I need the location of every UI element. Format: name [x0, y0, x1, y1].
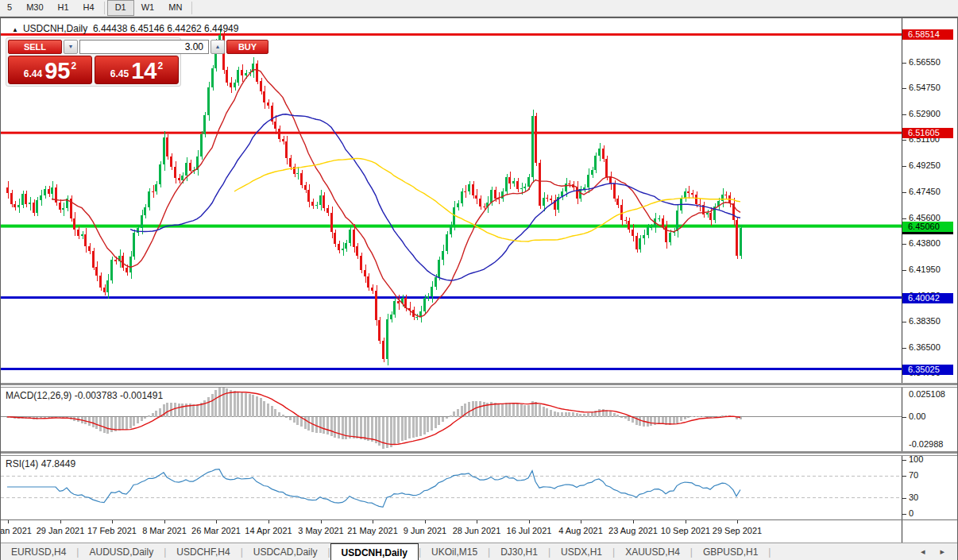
collapse-triangle-icon[interactable]: ▲: [12, 26, 18, 33]
date-label: 10 Sep 2021: [661, 526, 710, 535]
timeframe-toolbar: 5M30H1H4D1W1MN: [0, 0, 958, 17]
rsi-line: [7, 469, 740, 508]
volume-increase-button[interactable]: ▲: [211, 40, 225, 54]
level-price-label: 6.51605: [902, 128, 953, 138]
axis-tick: [902, 192, 906, 193]
timeframe-button-5[interactable]: 5: [0, 0, 19, 16]
price-tick-label: 6.41950: [909, 265, 941, 274]
timeframe-button-m30[interactable]: M30: [19, 0, 50, 16]
rsi-indicator-area[interactable]: RSI(14) 47.8449: [1, 456, 902, 519]
axis-tick: [902, 218, 906, 219]
ma-fast-line: [52, 70, 740, 317]
axis-tick: [902, 322, 906, 322]
rsi-svg: [1, 456, 902, 519]
sell-button[interactable]: SELL: [8, 40, 62, 54]
buy-price-prefix: 6.45: [110, 68, 129, 79]
price-tick-label: 6.36500: [909, 342, 941, 352]
sell-price-box[interactable]: 6.44 95 2: [8, 56, 92, 84]
macd-axis[interactable]: 0.025108 0.00 -0.02988: [902, 388, 957, 451]
chart-tab-dj30[interactable]: DJ30,H1: [490, 543, 548, 560]
date-tick: [321, 520, 322, 523]
chart-symbol-label: USDCNH,Daily: [23, 23, 87, 34]
date-tick: [373, 520, 373, 523]
volume-decrease-button[interactable]: ▼: [64, 40, 78, 54]
sell-price-prefix: 6.44: [24, 68, 42, 79]
date-tick: [477, 520, 477, 523]
chart-tab-usdx[interactable]: USDX,H1: [550, 543, 612, 560]
macd-axis-min: -0.02988: [909, 439, 943, 449]
date-tick: [686, 520, 686, 523]
date-label: 29 Sep 2021: [713, 526, 762, 535]
macd-label: MACD(12,26,9) -0.003783 -0.001491: [6, 390, 163, 401]
date-label: 23 Aug 2021: [608, 526, 658, 535]
buy-price-pips: 14: [131, 59, 156, 83]
one-click-trading-widget: SELL ▼ ▲ BUY 6.44 95 2 6.45 14 2: [6, 37, 181, 87]
price-axis[interactable]: 6.56550 6.54750 6.52900 6.51100 6.49250 …: [902, 18, 957, 383]
macd-axis-zero: 0.00: [909, 411, 925, 421]
date-label: 14 Apr 2021: [245, 526, 292, 535]
date-tick: [112, 520, 113, 523]
toolbar-separator: [191, 2, 192, 14]
rsi-axis[interactable]: 100 70 30 0: [902, 456, 957, 519]
chart-title: ▲USDCNH,Daily 6.44438 6.45146 6.44262 6.…: [12, 23, 238, 34]
date-label: 9 Jun 2021: [404, 526, 446, 535]
date-tick: [60, 520, 61, 523]
time-axis-corner: [902, 520, 957, 543]
date-tick: [581, 520, 581, 523]
macd-pane-row: MACD(12,26,9) -0.003783 -0.001491 0.0251…: [1, 388, 957, 451]
buy-button[interactable]: BUY: [226, 40, 268, 54]
chart-window: ▲USDCNH,Daily 6.44438 6.45146 6.44262 6.…: [0, 17, 958, 560]
level-line[interactable]: [1, 132, 902, 134]
date-label: 4 Aug 2021: [558, 526, 603, 535]
level-price-label: 6.35025: [902, 365, 953, 375]
level-price-label: 6.40042: [902, 293, 953, 303]
price-tick-label: 6.47450: [909, 187, 941, 196]
level-line[interactable]: [1, 296, 902, 299]
chart-tab-usdcad[interactable]: USDCAD,Daily: [243, 543, 328, 560]
axis-tick: [902, 348, 906, 349]
date-tick: [633, 520, 634, 523]
timeframe-button-h4[interactable]: H4: [76, 0, 102, 16]
date-tick: [425, 520, 426, 523]
toolbar-separator: [104, 2, 105, 14]
date-label: 28 Jun 2021: [453, 526, 501, 535]
date-tick: [216, 520, 217, 523]
chart-tab-xauusd[interactable]: XAUUSD,H4: [615, 543, 690, 560]
price-tick-label: 6.43800: [909, 238, 941, 248]
price-tick-label: 6.54750: [909, 83, 941, 92]
tab-scroll-arrows[interactable]: ◂ ▸: [921, 546, 951, 557]
axis-tick: [902, 166, 906, 167]
timeframe-button-d1[interactable]: D1: [107, 0, 134, 16]
main-chart-row: ▲USDCNH,Daily 6.44438 6.45146 6.44262 6.…: [1, 18, 957, 383]
timeframe-button-w1[interactable]: W1: [134, 0, 162, 16]
chart-tab-usdchf[interactable]: USDCHF,H4: [166, 543, 240, 560]
date-label: 29 Jan 2021: [37, 526, 85, 535]
date-tick: [529, 520, 530, 523]
ma-medium-line: [130, 114, 740, 280]
rsi-axis-label: 30: [909, 492, 918, 502]
buy-price-box[interactable]: 6.45 14 2: [95, 56, 179, 84]
timeframe-button-mn[interactable]: MN: [161, 0, 189, 16]
level-price-label: 6.58514: [902, 29, 953, 40]
axis-tick: [902, 63, 906, 64]
level-line[interactable]: [1, 368, 902, 370]
candlestick-chart-area[interactable]: ▲USDCNH,Daily 6.44438 6.45146 6.44262 6.…: [1, 18, 902, 383]
chart-tab-gbpusd[interactable]: GBPUSD,H1: [693, 543, 768, 560]
volume-input[interactable]: [79, 40, 209, 54]
macd-indicator-area[interactable]: MACD(12,26,9) -0.003783 -0.001491: [1, 388, 902, 451]
sell-price-fraction: 2: [71, 60, 76, 71]
sell-price-pips: 95: [44, 59, 70, 83]
date-label: 21 May 2021: [347, 526, 398, 535]
date-label: 3 May 2021: [298, 526, 343, 535]
price-tick-label: 6.49250: [909, 160, 941, 170]
chart-tab-audusd[interactable]: AUDUSD,Daily: [79, 543, 164, 560]
timeframe-button-h1[interactable]: H1: [51, 0, 76, 16]
time-axis-row: 11 Jan 2021 29 Jan 2021 17 Feb 2021 8 Ma…: [1, 519, 957, 543]
chart-tab-usdcnh[interactable]: USDCNH,Daily: [330, 543, 419, 560]
chart-tab-ukoil[interactable]: UKOil,M15: [421, 543, 488, 560]
rsi-axis-label: 70: [909, 470, 918, 480]
time-axis[interactable]: 11 Jan 2021 29 Jan 2021 17 Feb 2021 8 Ma…: [1, 520, 902, 543]
rsi-label: RSI(14) 47.8449: [6, 458, 75, 469]
chart-tab-eurusd[interactable]: EURUSD,H4: [1, 543, 76, 560]
symbol-tab-bar: EURUSD,H4|AUDUSD,Daily|USDCHF,H4|USDCAD,…: [1, 543, 957, 560]
